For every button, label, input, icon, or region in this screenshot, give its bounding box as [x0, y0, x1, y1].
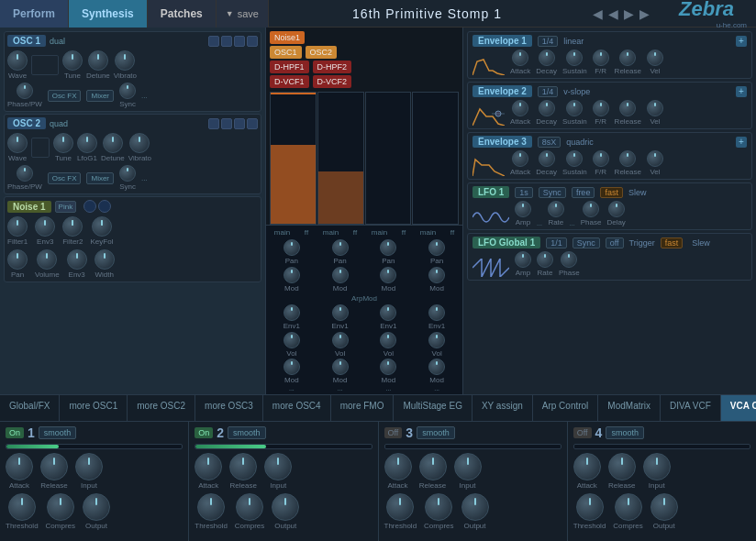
- osc2-lfog1-knob-circle[interactable]: [77, 133, 97, 153]
- osc1-tune-knob-circle[interactable]: [62, 50, 83, 71]
- tab-vca-comps[interactable]: VCA Comps: [721, 395, 756, 421]
- lfo1-rate-knob-circle[interactable]: [548, 201, 564, 217]
- vca-comp4-threshold-knob-circle[interactable]: [576, 493, 604, 521]
- matrix-osc2[interactable]: OSC2: [306, 46, 338, 59]
- osc2-seq-btn3[interactable]: [234, 118, 245, 129]
- tab-global-fx[interactable]: Global/FX: [0, 395, 60, 421]
- vca-comp3-input-knob-circle[interactable]: [454, 453, 482, 480]
- env1b-knob-circle[interactable]: [332, 304, 349, 321]
- vca-comp2-attack-knob-circle[interactable]: [195, 453, 222, 480]
- vol3-knob-circle[interactable]: [380, 332, 396, 348]
- env2-release-knob-circle[interactable]: [619, 100, 636, 116]
- noise1-mode-btn1[interactable]: [83, 200, 96, 213]
- osc2-sync-knob-circle[interactable]: [119, 165, 136, 182]
- vca-comp1-threshold-knob-circle[interactable]: [8, 493, 36, 521]
- vol4-knob-circle[interactable]: [428, 332, 445, 348]
- matrix-osc1[interactable]: OSC1: [270, 46, 302, 59]
- nav-prev2-icon[interactable]: ◀: [606, 5, 620, 23]
- osc1-mixer-btn[interactable]: Mixer: [86, 90, 114, 102]
- mod3-knob-circle[interactable]: [380, 267, 396, 283]
- noise1-mode-btn2[interactable]: [98, 200, 111, 213]
- osc1-vibrato-knob-circle[interactable]: [115, 50, 135, 71]
- volmod3-knob-circle[interactable]: [380, 359, 396, 375]
- vca-comp4-output-knob-circle[interactable]: [650, 493, 678, 521]
- env3-attack-knob-circle[interactable]: [512, 150, 528, 167]
- tab-xy-assign[interactable]: XY assign: [472, 395, 533, 421]
- vca-comp2-output-knob-circle[interactable]: [272, 493, 299, 521]
- noise1-volume-knob-circle[interactable]: [37, 249, 57, 270]
- vca-comp4-release-knob-circle[interactable]: [608, 453, 636, 480]
- tab-modmatrix[interactable]: ModMatrix: [598, 395, 661, 421]
- osc2-tune-knob-circle[interactable]: [53, 133, 73, 153]
- vca-comp2-toggle[interactable]: On: [195, 427, 213, 438]
- vca-comp3-output-knob-circle[interactable]: [461, 493, 489, 521]
- noise1-pan-knob-circle[interactable]: [7, 249, 28, 270]
- tab-diva-vcf[interactable]: DIVA VCF: [661, 395, 721, 421]
- osc2-seq-btn4[interactable]: [247, 118, 258, 129]
- vca-comp2-input-knob-circle[interactable]: [264, 453, 292, 480]
- tab-multistage-eg[interactable]: MultiStage EG: [394, 395, 472, 421]
- vca-comp4-compres-knob-circle[interactable]: [615, 493, 642, 521]
- tab-more-fmo[interactable]: more FMO: [331, 395, 395, 421]
- env2-decay-knob-circle[interactable]: [539, 100, 555, 116]
- osc1-seq-btn4[interactable]: [247, 36, 258, 47]
- env2-vel-knob-circle[interactable]: [647, 100, 663, 116]
- noise1-filter2-knob-circle[interactable]: [62, 216, 83, 237]
- osc2-fx-btn[interactable]: Osc FX: [48, 172, 82, 184]
- pan2-knob-circle[interactable]: [332, 239, 349, 256]
- osc2-phasepw-knob-circle[interactable]: [17, 165, 33, 182]
- matrix-dhpf2[interactable]: D-HPF2: [313, 61, 352, 73]
- nav-next-icon[interactable]: ▶: [622, 5, 636, 23]
- env1a-knob-circle[interactable]: [284, 304, 300, 321]
- osc1-seq-btn3[interactable]: [234, 36, 245, 47]
- lfo1-delay-knob-circle[interactable]: [608, 201, 625, 217]
- pan1-knob-circle[interactable]: [284, 239, 300, 256]
- envelope1-mode[interactable]: linear: [563, 37, 584, 46]
- osc2-detune-knob-circle[interactable]: [103, 133, 123, 153]
- env1d-knob-circle[interactable]: [428, 304, 445, 321]
- mod1-knob-circle[interactable]: [284, 267, 300, 283]
- vca-comp1-toggle[interactable]: On: [6, 427, 24, 438]
- osc2-mixer-btn[interactable]: Mixer: [86, 172, 114, 184]
- pan4-knob-circle[interactable]: [428, 239, 445, 256]
- osc2-seq-btn1[interactable]: [208, 118, 219, 129]
- vca-comp1-smooth[interactable]: smooth: [39, 426, 77, 439]
- env2-attack-knob-circle[interactable]: [512, 100, 528, 116]
- osc1-seq-btn1[interactable]: [208, 36, 219, 47]
- matrix-dhpf1[interactable]: D-HPF1: [270, 61, 309, 73]
- envelope2-fraction[interactable]: 1/4: [538, 86, 559, 97]
- envelope1-fraction[interactable]: 1/4: [538, 36, 559, 47]
- mod2-knob-circle[interactable]: [332, 267, 349, 283]
- vca-comp3-smooth[interactable]: smooth: [417, 426, 455, 439]
- lfo1-amp-knob-circle[interactable]: [515, 201, 531, 217]
- noise1-filter1-knob-circle[interactable]: [7, 216, 28, 237]
- matrix-dvcf2[interactable]: D-VCF2: [313, 75, 352, 88]
- tab-more-osc1[interactable]: more OSC1: [60, 395, 128, 421]
- lfo-global1-mode[interactable]: off: [606, 237, 624, 248]
- vca-comp3-threshold-knob-circle[interactable]: [386, 493, 414, 521]
- vca-comp2-release-knob-circle[interactable]: [229, 453, 257, 480]
- pan3-knob-circle[interactable]: [380, 239, 396, 256]
- lfo-global1-fraction[interactable]: 1/1: [546, 237, 567, 248]
- envelope2-add-btn[interactable]: +: [736, 86, 747, 97]
- noise1-env3-knob-circle[interactable]: [35, 216, 55, 237]
- envelope3-fraction[interactable]: 8sX: [538, 137, 561, 148]
- env2-sustain-knob-circle[interactable]: [566, 100, 583, 116]
- tab-perform[interactable]: Perform: [0, 0, 69, 28]
- osc1-detune-knob-circle[interactable]: [88, 50, 108, 71]
- env1-vel-knob-circle[interactable]: [647, 50, 663, 66]
- lfo-global1-rate-knob-circle[interactable]: [537, 251, 553, 268]
- lfo1-phase-knob-circle[interactable]: [583, 201, 599, 217]
- vca-comp2-smooth[interactable]: smooth: [228, 426, 266, 439]
- volmod4-knob-circle[interactable]: [428, 359, 445, 375]
- env1-release-knob-circle[interactable]: [619, 50, 636, 66]
- matrix-noise1[interactable]: Noise1: [270, 31, 305, 44]
- vca-comp1-input-knob-circle[interactable]: [75, 453, 103, 480]
- lfo-global1-amp-knob-circle[interactable]: [515, 251, 531, 268]
- save-button[interactable]: save: [217, 0, 269, 28]
- vca-comp3-toggle[interactable]: Off: [384, 427, 403, 438]
- nav-next2-icon[interactable]: ▶: [638, 5, 651, 23]
- tab-arp-control[interactable]: Arp Control: [533, 395, 599, 421]
- envelope2-mode[interactable]: v-slope: [563, 87, 590, 96]
- env1-sustain-knob-circle[interactable]: [566, 50, 583, 66]
